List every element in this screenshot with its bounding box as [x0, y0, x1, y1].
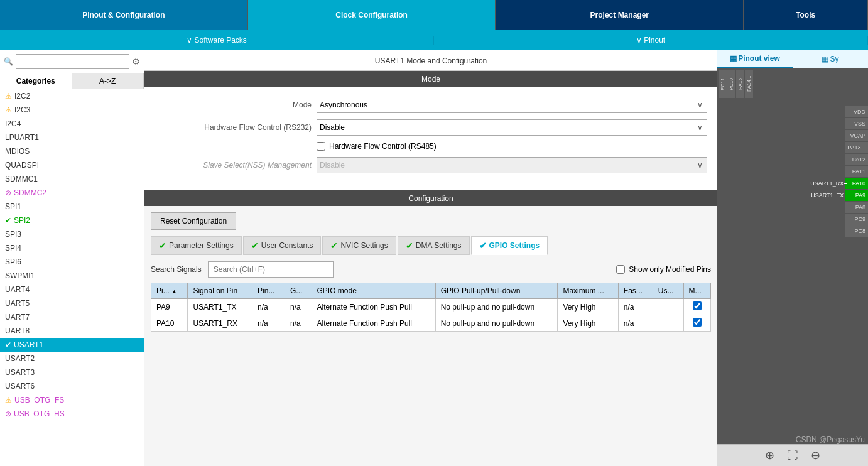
- sidebar-item-usb-otg-fs[interactable]: ⚠ USB_OTG_FS: [0, 393, 144, 407]
- hw-flow-rs232-row: Hardware Flow Control (RS232) Disable ∨: [155, 119, 707, 136]
- search-signals-row: Search Signals Show only Modified Pins: [151, 261, 711, 278]
- hw-flow-rs232-select[interactable]: Disable: [317, 120, 707, 135]
- tab-parameter-settings[interactable]: ✔ Parameter Settings: [151, 236, 242, 255]
- nav-tools[interactable]: Tools: [744, 0, 868, 30]
- hw-flow-rs485-input[interactable]: [317, 142, 325, 151]
- reset-config-button[interactable]: Reset Configuration: [151, 212, 236, 230]
- sidebar-item-usart3[interactable]: USART3: [0, 366, 144, 379]
- sidebar-item-spi3[interactable]: SPI3: [0, 227, 144, 241]
- tab-az[interactable]: A->Z: [72, 73, 144, 89]
- pinout-menu[interactable]: ∨ Pinout: [434, 36, 868, 45]
- vertical-pin-labels: PC11 PC10 PA15 PA14...: [717, 68, 754, 99]
- sidebar-item-spi6[interactable]: SPI6: [0, 255, 144, 269]
- zoom-out-icon[interactable]: ⊖: [811, 448, 820, 462]
- sidebar-item-usart2[interactable]: USART2: [0, 352, 144, 366]
- second-bar: ∨ Software Packs ∨ Pinout: [0, 30, 868, 50]
- zoom-in-icon[interactable]: ⊕: [765, 448, 774, 462]
- row-checkbox[interactable]: [693, 301, 702, 310]
- warn-icon: ⚠: [5, 92, 12, 100]
- sidebar-item-lpuart1[interactable]: LPUART1: [0, 131, 144, 144]
- hw-flow-rs232-select-wrapper[interactable]: Disable ∨: [317, 119, 707, 136]
- mode-select-wrapper[interactable]: Asynchronous ∨: [317, 97, 707, 113]
- col-fas[interactable]: Fas...: [618, 283, 653, 299]
- hw-flow-rs485-row: Hardware Flow Control (RS485): [155, 142, 707, 151]
- col-max[interactable]: Maximum ...: [558, 283, 618, 299]
- sidebar-item-usb-otg-hs[interactable]: ⊘ USB_OTG_HS: [0, 407, 144, 421]
- hw-flow-rs485-checkbox[interactable]: Hardware Flow Control (RS485): [317, 142, 437, 151]
- signal-label-usart1-rx: USART1_RX: [810, 180, 844, 187]
- show-modified-checkbox[interactable]: [616, 265, 625, 274]
- sidebar-item-usart1[interactable]: ✔ USART1: [0, 338, 144, 352]
- sidebar-item-i2c3[interactable]: ⚠ I2C3: [0, 103, 144, 117]
- col-us[interactable]: Us...: [653, 283, 683, 299]
- tab-check-icon: ✔: [159, 241, 166, 251]
- slave-select: Disable: [317, 158, 707, 173]
- tab-sys-view[interactable]: ▦ Sy: [793, 50, 868, 68]
- sidebar-item-uart5[interactable]: UART5: [0, 296, 144, 310]
- sidebar-item-quadspi[interactable]: QUADSPI: [0, 158, 144, 172]
- tab-categories[interactable]: Categories: [0, 73, 72, 89]
- sidebar-item-uart4[interactable]: UART4: [0, 283, 144, 296]
- col-pulldown[interactable]: GPIO Pull-up/Pull-down: [435, 283, 558, 299]
- software-packs-menu[interactable]: ∨ Software Packs: [0, 36, 434, 45]
- sidebar-item-usart6[interactable]: USART6: [0, 379, 144, 393]
- gear-icon[interactable]: ⚙: [132, 57, 140, 67]
- nav-project-manager[interactable]: Project Manager: [496, 0, 744, 30]
- cell-g: n/a: [285, 315, 312, 332]
- sidebar-item-swpmi1[interactable]: SWPMI1: [0, 269, 144, 283]
- sidebar-item-mdios[interactable]: MDIOS: [0, 144, 144, 158]
- mode-section: Mode Asynchronous ∨ Hardware Flow Contro…: [144, 87, 717, 190]
- col-gpio-mode[interactable]: GPIO mode: [312, 283, 435, 299]
- row-checkbox[interactable]: [693, 318, 702, 327]
- mode-select[interactable]: Asynchronous: [317, 97, 707, 112]
- nav-clock-config[interactable]: Clock Configuration: [248, 0, 496, 30]
- mode-label: Mode: [155, 100, 312, 109]
- tab-user-constants[interactable]: ✔ User Constants: [243, 236, 322, 255]
- sidebar-item-spi1[interactable]: SPI1: [0, 200, 144, 214]
- sidebar-item-i2c2[interactable]: ⚠ I2C2: [0, 89, 144, 103]
- pin-label-pa11: PA11: [845, 166, 868, 177]
- cell-m[interactable]: [683, 299, 710, 315]
- col-pin[interactable]: Pi... ▲: [151, 283, 188, 299]
- sidebar-item-spi4[interactable]: SPI4: [0, 241, 144, 255]
- pin-diagram: PC11 PC10 PA15 PA14... VDD VSS VCAP PA13…: [717, 68, 868, 466]
- cell-fas: n/a: [618, 315, 653, 332]
- sidebar-item-spi2[interactable]: ✔ SPI2: [0, 214, 144, 227]
- sidebar-item-i2c4[interactable]: I2C4: [0, 117, 144, 131]
- signal-label-usart1-tx: USART1_TX: [811, 192, 844, 198]
- sidebar-item-uart8[interactable]: UART8: [0, 324, 144, 338]
- pin-label-pa9: PA9 USART1_TX: [845, 190, 868, 201]
- col-signal[interactable]: Signal on Pin: [188, 283, 252, 299]
- col-m[interactable]: M...: [683, 283, 710, 299]
- sidebar-search-area: 🔍 ⚙: [0, 50, 144, 73]
- sidebar-list: ⚠ I2C2 ⚠ I2C3 I2C4 LPUART1 MDIOS QUADSP: [0, 89, 144, 466]
- pin-label-vcap: VCAP: [845, 130, 868, 141]
- col-g[interactable]: G...: [285, 283, 312, 299]
- top-navigation: Pinout & Configuration Clock Configurati…: [0, 0, 868, 30]
- tab-dma-settings[interactable]: ✔ DMA Settings: [398, 236, 470, 255]
- mode-row: Mode Asynchronous ∨: [155, 97, 707, 113]
- col-pin2[interactable]: Pin...: [252, 283, 285, 299]
- tab-pinout-view[interactable]: ▦ Pinout view: [717, 50, 793, 68]
- config-tabs: ✔ Parameter Settings ✔ User Constants ✔ …: [151, 236, 711, 255]
- cell-pin: PA9: [151, 299, 188, 315]
- sidebar-item-uart7[interactable]: UART7: [0, 310, 144, 324]
- fit-icon[interactable]: ⛶: [787, 449, 798, 462]
- cell-m[interactable]: [683, 315, 710, 332]
- tab-check-icon: ✔: [330, 241, 338, 251]
- nav-pinout-config[interactable]: Pinout & Configuration: [0, 0, 248, 30]
- tab-check-icon: ✔: [479, 241, 487, 251]
- sidebar-item-sdmmc1[interactable]: SDMMC1: [0, 172, 144, 186]
- pin-label-pa10: PA10 USART1_RX: [845, 178, 868, 189]
- search-input[interactable]: [16, 54, 129, 69]
- watermark: CSDN @PegasusYu: [796, 435, 865, 444]
- tab-nvic-settings[interactable]: ✔ NVIC Settings: [322, 236, 396, 255]
- tab-gpio-settings[interactable]: ✔ GPIO Settings: [471, 236, 548, 255]
- error-icon: ⊘: [5, 409, 11, 418]
- tab-check-icon: ✔: [406, 241, 413, 251]
- search-signals-input[interactable]: [208, 261, 334, 278]
- pin-line: [844, 183, 847, 184]
- cell-signal: USART1_RX: [188, 315, 252, 332]
- sidebar-item-sdmmc2[interactable]: ⊘ SDMMC2: [0, 186, 144, 200]
- cell-g: n/a: [285, 299, 312, 315]
